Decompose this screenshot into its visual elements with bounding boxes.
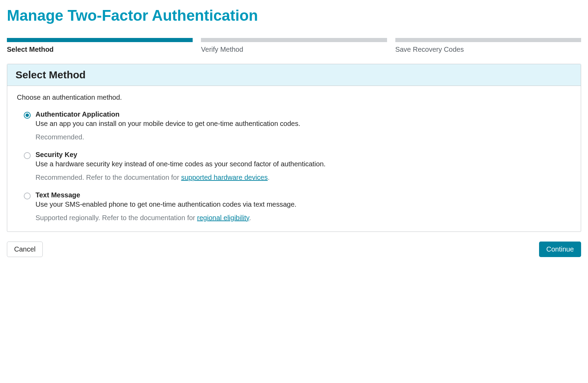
method-radio-group: Authenticator Application Use an app you… bbox=[17, 110, 571, 222]
radio-note-text: Recommended. Refer to the documentation … bbox=[36, 174, 181, 181]
step-label: Verify Method bbox=[201, 46, 387, 53]
continue-button[interactable]: Continue bbox=[539, 242, 581, 257]
cancel-button[interactable]: Cancel bbox=[7, 242, 43, 257]
method-option-text-message[interactable]: Text Message Use your SMS-enabled phone … bbox=[24, 191, 571, 222]
step-label: Save Recovery Codes bbox=[395, 46, 581, 53]
method-panel: Select Method Choose an authentication m… bbox=[7, 64, 581, 232]
radio-title: Authenticator Application bbox=[36, 110, 571, 118]
radio-content: Authenticator Application Use an app you… bbox=[36, 110, 571, 141]
panel-header: Select Method bbox=[7, 64, 581, 86]
radio-note-text: Recommended. bbox=[36, 133, 84, 141]
action-bar: Cancel Continue bbox=[7, 242, 581, 257]
radio-note-suffix: . bbox=[249, 214, 251, 222]
radio-description: Use a hardware security key instead of o… bbox=[36, 160, 571, 168]
radio-icon[interactable] bbox=[24, 112, 31, 119]
regional-eligibility-link[interactable]: regional eligibility bbox=[197, 214, 249, 222]
method-option-authenticator[interactable]: Authenticator Application Use an app you… bbox=[24, 110, 571, 141]
step-label: Select Method bbox=[7, 46, 193, 53]
radio-title: Security Key bbox=[36, 151, 571, 159]
panel-body: Choose an authentication method. Authent… bbox=[7, 86, 581, 232]
radio-note-text: Supported regionally. Refer to the docum… bbox=[36, 214, 197, 222]
radio-description: Use your SMS-enabled phone to get one-ti… bbox=[36, 200, 571, 208]
panel-intro: Choose an authentication method. bbox=[17, 94, 571, 101]
step-bar bbox=[395, 38, 581, 42]
radio-content: Text Message Use your SMS-enabled phone … bbox=[36, 191, 571, 222]
radio-description: Use an app you can install on your mobil… bbox=[36, 120, 571, 128]
radio-title: Text Message bbox=[36, 191, 571, 199]
progress-steps: Select Method Verify Method Save Recover… bbox=[7, 38, 581, 53]
radio-note: Recommended. Refer to the documentation … bbox=[36, 174, 571, 181]
radio-note-suffix: . bbox=[268, 174, 270, 181]
step-save-recovery-codes: Save Recovery Codes bbox=[395, 38, 581, 53]
radio-icon[interactable] bbox=[24, 193, 31, 199]
method-option-security-key[interactable]: Security Key Use a hardware security key… bbox=[24, 151, 571, 181]
radio-note: Supported regionally. Refer to the docum… bbox=[36, 214, 571, 222]
radio-icon[interactable] bbox=[24, 152, 31, 159]
step-select-method: Select Method bbox=[7, 38, 193, 53]
page-title: Manage Two-Factor Authentication bbox=[7, 7, 581, 24]
step-verify-method: Verify Method bbox=[201, 38, 387, 53]
step-bar bbox=[7, 38, 193, 42]
supported-hardware-devices-link[interactable]: supported hardware devices bbox=[181, 174, 267, 181]
radio-note: Recommended. bbox=[36, 133, 571, 141]
step-bar bbox=[201, 38, 387, 42]
radio-content: Security Key Use a hardware security key… bbox=[36, 151, 571, 181]
